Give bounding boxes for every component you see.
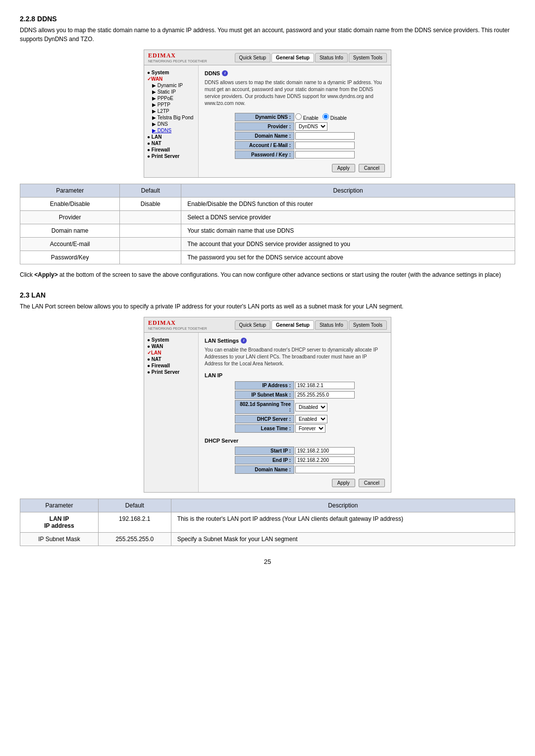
ddns-params-table: Parameter Default Description Enable/Dis… bbox=[20, 184, 515, 264]
sidebar-nat[interactable]: ● NAT bbox=[147, 140, 195, 147]
lan-form-row-ip: IP Address : bbox=[235, 381, 355, 390]
lan-tab-status-info[interactable]: Status Info bbox=[315, 320, 348, 330]
lan-router-body: ● System ● WAN ✓LAN ● NAT ● Firewall ● P… bbox=[144, 333, 391, 492]
sidebar-telstra[interactable]: ▶ Telstra Big Pond bbox=[147, 114, 195, 121]
default-password bbox=[120, 251, 181, 264]
sidebar-print-server[interactable]: ● Print Server bbox=[147, 153, 195, 159]
ddns-label-account: Account / E-Mail : bbox=[235, 141, 294, 150]
lan-default-ip: 192.168.2.1 bbox=[98, 512, 171, 533]
tab-system-tools[interactable]: System Tools bbox=[349, 53, 387, 62]
ddns-apply-button[interactable]: Apply bbox=[332, 164, 355, 172]
sidebar-static-ip[interactable]: ▶ Static IP bbox=[147, 89, 195, 95]
tab-general-setup[interactable]: General Setup bbox=[271, 53, 314, 62]
ddns-cancel-button[interactable]: Cancel bbox=[359, 164, 385, 172]
lan-ip-input[interactable] bbox=[295, 382, 355, 389]
lan-ip-label: LAN IP bbox=[205, 372, 385, 378]
lan-tab-general-setup[interactable]: General Setup bbox=[271, 320, 314, 330]
dhcp-start-input[interactable] bbox=[295, 447, 355, 454]
tab-status-info[interactable]: Status Info bbox=[315, 53, 348, 62]
lan-sidebar: ● System ● WAN ✓LAN ● NAT ● Firewall ● P… bbox=[144, 333, 199, 492]
ddns-intro: DDNS allows you to map the static domain… bbox=[20, 26, 515, 44]
ddns-router-logo: EDIMAX NETWORKING PEOPLE TOGETHER bbox=[148, 52, 207, 63]
desc-password: The password you set for the DDNS servic… bbox=[181, 251, 515, 264]
desc-enable-disable: Enable/Disable the DDNS function of this… bbox=[181, 198, 515, 211]
lan-tab-system-tools[interactable]: System Tools bbox=[349, 320, 387, 330]
lan-tab-quick-setup[interactable]: Quick Setup bbox=[235, 320, 270, 330]
lan-sidebar-lan[interactable]: ✓LAN bbox=[147, 350, 195, 356]
desc-provider: Select a DDNS service provider bbox=[181, 211, 515, 224]
dhcp-server-label: DHCP Server bbox=[205, 438, 385, 444]
dhcp-start-cell bbox=[295, 447, 355, 455]
table-row: Domain name Your static domain name that… bbox=[20, 224, 515, 238]
sidebar-firewall[interactable]: ● Firewall bbox=[147, 147, 195, 153]
spanning-select[interactable]: Disabled Enabled bbox=[295, 403, 327, 411]
default-domain-name bbox=[120, 224, 181, 238]
provider-select[interactable]: DynDNS TZO bbox=[295, 122, 327, 131]
ddns-click-note: Click <Apply> at the bottom of the scree… bbox=[20, 270, 515, 279]
sidebar-pppoe[interactable]: ▶ PPPoE bbox=[147, 95, 195, 101]
lan-desc-ip: This is the router's LAN port IP address… bbox=[171, 512, 515, 533]
params-header-description: Description bbox=[181, 184, 515, 198]
table-row: IP Subnet Mask 255.255.255.0 Specify a S… bbox=[20, 533, 515, 546]
lan-label-dhcp: DHCP Server : bbox=[235, 415, 294, 423]
lan-sidebar-wan[interactable]: ● WAN bbox=[147, 343, 195, 350]
table-row: Account/E-mail The account that your DDN… bbox=[20, 238, 515, 251]
lan-lease-cell: Forever bbox=[295, 424, 355, 433]
enable-radio-label[interactable]: Enable bbox=[295, 113, 319, 121]
enable-radio[interactable] bbox=[295, 113, 302, 120]
dhcp-form-row-end: End IP : bbox=[235, 456, 355, 464]
disable-radio[interactable] bbox=[322, 113, 329, 120]
lan-ip-form: IP Address : IP Subnet Mask : 802.1d Spa… bbox=[234, 380, 356, 434]
sidebar-ddns[interactable]: ▶ DDNS bbox=[147, 127, 195, 134]
default-enable-disable: Disable bbox=[120, 198, 181, 211]
param-enable-disable: Enable/Disable bbox=[20, 198, 120, 211]
ddns-domain-cell bbox=[295, 132, 355, 140]
lan-subnet-input[interactable] bbox=[295, 391, 355, 399]
lan-apply-button[interactable]: Apply bbox=[332, 479, 355, 487]
param-provider: Provider bbox=[20, 211, 120, 224]
sidebar-wan[interactable]: ✓WAN bbox=[147, 76, 195, 82]
lan-label-lease: Lease Time : bbox=[235, 424, 294, 433]
dhcp-label-end: End IP : bbox=[235, 456, 294, 464]
ddns-label-password: Password / Key : bbox=[235, 151, 294, 159]
account-input[interactable] bbox=[295, 142, 355, 149]
dhcp-select[interactable]: Enabled Disabled bbox=[295, 415, 327, 423]
lan-sidebar-system[interactable]: ● System bbox=[147, 337, 195, 343]
dhcp-domain-input[interactable] bbox=[295, 466, 355, 473]
disable-radio-label[interactable]: Disable bbox=[322, 113, 347, 121]
lan-param-ip: LAN IPIP address bbox=[20, 512, 99, 533]
lan-router-tabs: Quick Setup General Setup Status Info Sy… bbox=[235, 320, 387, 330]
params-header-default: Default bbox=[120, 184, 181, 198]
sidebar-dns[interactable]: ▶ DNS bbox=[147, 121, 195, 127]
password-input[interactable] bbox=[295, 151, 355, 158]
sidebar-lan[interactable]: ● LAN bbox=[147, 134, 195, 140]
lan-info-icon: i bbox=[241, 338, 247, 344]
tab-quick-setup[interactable]: Quick Setup bbox=[235, 53, 270, 62]
ddns-content: DDNS i DDNS allows users to map the stat… bbox=[199, 65, 391, 177]
lan-sidebar-print-server[interactable]: ● Print Server bbox=[147, 369, 195, 375]
lan-params-table: Parameter Default Description LAN IPIP a… bbox=[20, 499, 515, 546]
table-row: Provider Select a DDNS service provider bbox=[20, 211, 515, 224]
lan-sidebar-nat[interactable]: ● NAT bbox=[147, 356, 195, 362]
sidebar-l2tp[interactable]: ▶ L2TP bbox=[147, 108, 195, 114]
sidebar-system[interactable]: ● System bbox=[147, 69, 195, 76]
lan-params-header-parameter: Parameter bbox=[20, 499, 99, 512]
dhcp-end-input[interactable] bbox=[295, 456, 355, 464]
lan-cancel-button[interactable]: Cancel bbox=[359, 479, 385, 487]
lan-heading: 2.3 LAN bbox=[20, 291, 515, 299]
sidebar-dynamic-ip[interactable]: ▶ Dynamic IP bbox=[147, 82, 195, 89]
lan-content: LAN Settings i You can enable the Broadb… bbox=[199, 333, 391, 492]
lan-params-header-description: Description bbox=[171, 499, 515, 512]
lan-sidebar-firewall[interactable]: ● Firewall bbox=[147, 362, 195, 369]
lan-router-header: EDIMAX NETWORKING PEOPLE TOGETHER Quick … bbox=[144, 317, 391, 333]
dhcp-end-cell bbox=[295, 456, 355, 464]
ddns-label-provider: Provider : bbox=[235, 122, 294, 131]
lan-dhcp-cell: Enabled Disabled bbox=[295, 415, 355, 423]
sidebar-pptp[interactable]: ▶ PPTP bbox=[147, 101, 195, 108]
lease-select[interactable]: Forever bbox=[295, 424, 325, 433]
ddns-password-cell bbox=[295, 151, 355, 159]
lan-content-title: LAN Settings i bbox=[205, 338, 385, 344]
domain-input[interactable] bbox=[295, 132, 355, 140]
ddns-account-cell bbox=[295, 141, 355, 150]
dhcp-label-domain: Domain Name : bbox=[235, 465, 294, 474]
